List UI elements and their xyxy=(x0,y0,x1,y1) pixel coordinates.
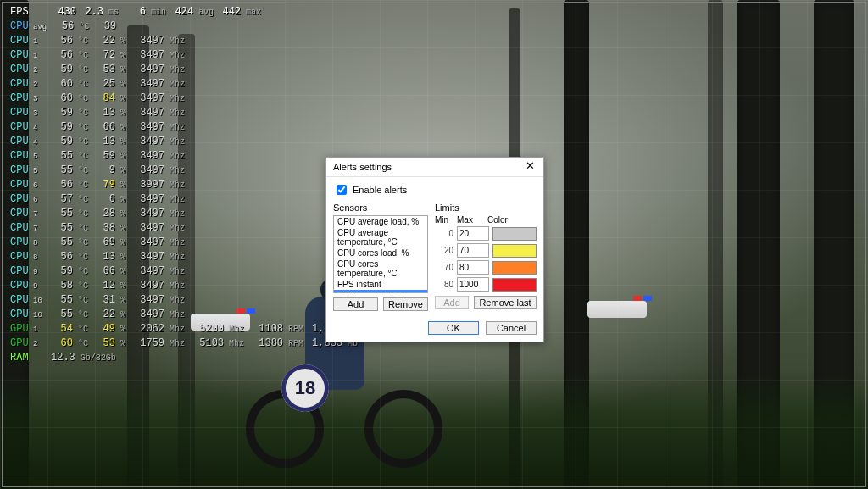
limit-color-swatch[interactable] xyxy=(492,244,537,258)
limit-min-label: 20 xyxy=(435,246,453,255)
enable-alerts-input[interactable] xyxy=(337,185,347,195)
limits-header-color: Color xyxy=(487,215,537,225)
sensors-group-label: Sensors xyxy=(333,203,428,213)
dialog-title: Alerts settings xyxy=(333,162,392,172)
limits-group-label: Limits xyxy=(435,203,537,213)
sensor-option[interactable]: CPU cores load, % xyxy=(334,247,427,258)
police-car xyxy=(587,301,647,318)
limit-color-swatch[interactable] xyxy=(492,278,537,292)
dialog-titlebar[interactable]: Alerts settings ✕ xyxy=(326,158,543,177)
bike-number-plate: 18 xyxy=(281,364,329,412)
enable-alerts-label: Enable alerts xyxy=(353,185,407,195)
ok-button[interactable]: OK xyxy=(428,321,479,335)
limits-row: 0 xyxy=(435,226,537,241)
limit-min-label: 70 xyxy=(435,263,453,272)
limits-add-button: Add xyxy=(435,296,469,309)
limit-max-input[interactable] xyxy=(457,243,489,258)
sensor-option[interactable]: CPU cores temperature, °C xyxy=(334,258,427,279)
sensor-option[interactable]: CPU average load, % xyxy=(334,216,427,227)
sensor-remove-button[interactable]: Remove xyxy=(383,297,428,311)
cancel-button[interactable]: Cancel xyxy=(486,321,537,335)
limit-color-swatch[interactable] xyxy=(492,261,537,275)
limits-table: Min Max Color 0207080 xyxy=(435,215,537,292)
limits-header-min: Min xyxy=(435,215,453,225)
limit-max-input[interactable] xyxy=(457,226,489,241)
sensor-option[interactable]: GPU core load, % xyxy=(334,290,427,293)
limits-header-max: Max xyxy=(457,215,484,225)
sensor-option[interactable]: CPU average temperature, °C xyxy=(334,227,427,247)
alerts-settings-dialog: Alerts settings ✕ Enable alerts Sensors … xyxy=(326,157,544,342)
limits-remove-last-button[interactable]: Remove last xyxy=(474,296,537,309)
sensor-add-button[interactable]: Add xyxy=(333,297,378,311)
limit-min-label: 80 xyxy=(435,280,453,289)
limits-row: 80 xyxy=(435,277,537,292)
game-scene: 18 FPS4302.3ms6min424avg442maxCPU avg56°… xyxy=(0,0,868,489)
performance-overlay: FPS4302.3ms6min424avg442maxCPU avg56°C39… xyxy=(10,5,358,365)
limit-max-input[interactable] xyxy=(457,260,489,275)
sensors-listbox[interactable]: CPU average load, %CPU average temperatu… xyxy=(333,215,428,293)
sensor-option[interactable]: FPS instant xyxy=(334,279,427,290)
limit-min-label: 0 xyxy=(435,229,453,238)
close-icon[interactable]: ✕ xyxy=(521,159,538,175)
enable-alerts-checkbox[interactable]: Enable alerts xyxy=(333,182,537,197)
limit-color-swatch[interactable] xyxy=(492,227,537,241)
limits-row: 70 xyxy=(435,260,537,275)
limits-row: 20 xyxy=(435,243,537,258)
limit-max-input[interactable] xyxy=(457,277,489,292)
